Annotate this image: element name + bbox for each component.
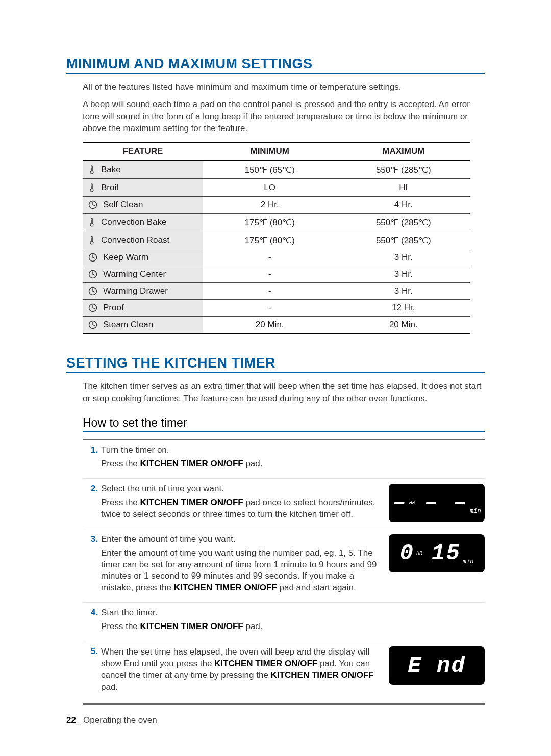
min-cell: 2 Hr. — [203, 197, 337, 214]
feature-cell: Warming Drawer — [83, 283, 203, 300]
heading-kitchen-timer: SETTING THE KITCHEN TIMER — [66, 355, 485, 373]
pad-name: KITCHEN TIMER ON/OFF — [271, 670, 374, 680]
intro-block: All of the features listed have minimum … — [83, 81, 485, 135]
step-body: Select the unit of time you want.Press t… — [101, 484, 389, 524]
feature-cell: Broil — [83, 179, 203, 197]
table-row: BroilLOHI — [83, 179, 470, 197]
feature-label: Warming Drawer — [103, 286, 168, 296]
table-row: Self Clean2 Hr.4 Hr. — [83, 197, 470, 214]
step-title: Turn the timer on. — [101, 445, 478, 455]
pad-name: KITCHEN TIMER ON/OFF — [214, 659, 317, 668]
max-cell: 550℉ (285℃) — [337, 231, 470, 249]
feature-label: Keep Warm — [103, 252, 148, 263]
thermometer-icon — [88, 182, 96, 193]
step-number: 2. — [83, 484, 101, 494]
max-cell: 20 Min. — [337, 317, 470, 334]
thermometer-icon — [88, 234, 96, 246]
th-min: MINIMUM — [203, 142, 337, 161]
timer-intro: The kitchen timer serves as an extra tim… — [83, 380, 485, 405]
display-hr-label: HR — [416, 551, 422, 556]
step-item: 1.Turn the timer on.Press the KITCHEN TI… — [83, 439, 485, 478]
pad-name: KITCHEN TIMER ON/OFF — [174, 583, 277, 592]
max-cell: 12 Hr. — [337, 300, 470, 317]
step-detail: Press the KITCHEN TIMER ON/OFF pad once … — [101, 497, 382, 520]
step-detail: Enter the amount of time you want using … — [101, 548, 382, 594]
clock-icon — [88, 269, 98, 279]
feature-label: Warming Center — [103, 269, 166, 279]
clock-icon — [88, 303, 98, 313]
feature-cell: Warming Center — [83, 266, 203, 283]
table-row: Convection Roast175℉ (80℃)550℉ (285℃) — [83, 231, 470, 249]
max-cell: 3 Hr. — [337, 266, 470, 283]
min-cell: - — [203, 266, 337, 283]
step-item: 4.Start the timer.Press the KITCHEN TIME… — [83, 602, 485, 641]
table-row: Proof-12 Hr. — [83, 300, 470, 317]
max-cell: 4 Hr. — [337, 197, 470, 214]
step-title: Select the unit of time you want. — [101, 484, 382, 494]
timer-intro-p: The kitchen timer serves as an extra tim… — [83, 380, 485, 405]
oven-display-panel: 0HR15min — [389, 534, 485, 572]
page-number: 22 — [66, 715, 76, 725]
step-item: 5.When the set time has elapsed, the ove… — [83, 641, 485, 705]
display-end: E nd — [408, 653, 466, 679]
max-cell: 3 Hr. — [337, 249, 470, 266]
thermometer-icon — [88, 164, 96, 175]
display-hr: 0 — [400, 540, 414, 566]
feature-cell: Bake — [83, 161, 203, 179]
table-row: Keep Warm-3 Hr. — [83, 249, 470, 266]
display-min: – – — [424, 490, 468, 515]
step-detail: Press the KITCHEN TIMER ON/OFF pad. — [101, 458, 478, 470]
feature-cell: Steam Clean — [83, 317, 203, 334]
step-body: When the set time has elapsed, the oven … — [101, 646, 389, 696]
settings-table: FEATURE MINIMUM MAXIMUM Bake150℉ (65℃)55… — [83, 142, 470, 334]
oven-display-panel: –HR– –min — [389, 484, 485, 522]
step-title: Enter the amount of time you want. — [101, 534, 382, 544]
feature-cell: Convection Bake — [83, 214, 203, 231]
step-item: 2.Select the unit of time you want.Press… — [83, 478, 485, 529]
clock-icon — [88, 320, 98, 330]
th-feature: FEATURE — [83, 142, 203, 161]
display-min: 15 — [432, 540, 461, 566]
heading-minmax: MINIMUM AND MAXIMUM SETTINGS — [66, 56, 485, 74]
step-item: 3.Enter the amount of time you want.Ente… — [83, 529, 485, 603]
display-min-label: min — [470, 508, 481, 515]
max-cell: 550℉ (285℃) — [337, 214, 470, 231]
pad-name: KITCHEN TIMER ON/OFF — [140, 459, 243, 468]
step-number: 3. — [83, 534, 101, 544]
step-detail: Press the KITCHEN TIMER ON/OFF pad. — [101, 621, 478, 633]
feature-label: Convection Roast — [101, 235, 169, 245]
min-cell: - — [203, 249, 337, 266]
footer-sep: _ — [76, 715, 81, 725]
page-footer: 22_ Operating the oven — [66, 715, 157, 725]
max-cell: 550℉ (285℃) — [337, 161, 470, 179]
feature-label: Steam Clean — [103, 320, 153, 330]
min-cell: 175℉ (80℃) — [203, 231, 337, 249]
display-hr-label: HR — [409, 500, 415, 506]
feature-cell: Keep Warm — [83, 249, 203, 266]
clock-icon — [88, 252, 98, 263]
min-cell: 175℉ (80℃) — [203, 214, 337, 231]
feature-label: Convection Bake — [101, 217, 167, 227]
step-number: 4. — [83, 608, 101, 618]
pad-name: KITCHEN TIMER ON/OFF — [140, 498, 243, 507]
min-cell: 20 Min. — [203, 317, 337, 334]
step-title: Start the timer. — [101, 608, 478, 618]
feature-label: Self Clean — [103, 200, 143, 210]
table-row: Warming Drawer-3 Hr. — [83, 283, 470, 300]
oven-display-panel: E nd — [389, 646, 485, 685]
step-body: Start the timer.Press the KITCHEN TIMER … — [101, 608, 485, 636]
feature-label: Broil — [101, 183, 118, 193]
min-cell: 150℉ (65℃) — [203, 161, 337, 179]
footer-label: Operating the oven — [81, 715, 157, 725]
feature-cell: Self Clean — [83, 197, 203, 214]
min-cell: - — [203, 283, 337, 300]
table-row: Convection Bake175℉ (80℃)550℉ (285℃) — [83, 214, 470, 231]
step-number: 5. — [83, 646, 101, 657]
display-min-label: min — [463, 558, 474, 565]
step-detail: When the set time has elapsed, the oven … — [101, 646, 382, 693]
feature-label: Bake — [101, 165, 121, 175]
min-cell: LO — [203, 179, 337, 197]
clock-icon — [88, 286, 98, 296]
feature-cell: Proof — [83, 300, 203, 317]
max-cell: HI — [337, 179, 470, 197]
